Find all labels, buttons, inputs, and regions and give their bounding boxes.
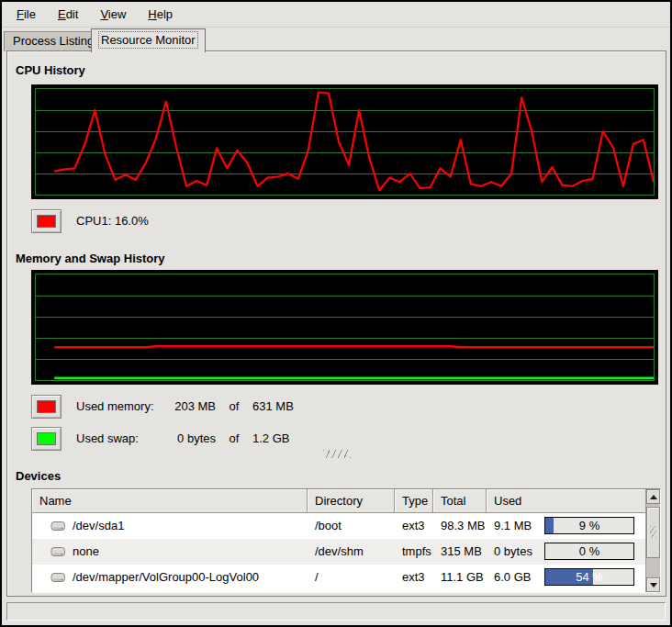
column-header-directory[interactable]: Directory xyxy=(308,489,395,513)
devices-table-grid: Name Directory Type Total Used /dev/sda1 xyxy=(32,489,645,592)
swap-total-value: 1.2 GB xyxy=(252,431,289,445)
cpu1-usage-label: CPU1: 16.0% xyxy=(76,214,149,228)
tab-process-listing-label: Process Listing xyxy=(13,34,94,48)
device-type: ext3 xyxy=(395,513,433,539)
memory-graph-plot-area xyxy=(35,274,655,381)
menu-view[interactable]: View xyxy=(89,2,137,27)
used-memory-of: of xyxy=(216,399,252,413)
column-header-total[interactable]: Total xyxy=(433,489,487,513)
used-memory-value: 203 MB xyxy=(164,399,216,413)
disk-icon xyxy=(50,572,66,584)
used-memory-label: Used memory: xyxy=(76,399,164,413)
device-name: /dev/sda1 xyxy=(73,513,124,539)
cpu1-color-button[interactable] xyxy=(31,209,62,233)
device-type: tmpfs xyxy=(395,539,433,565)
used-memory-legend-row: Used memory: 203 MB of 631 MB xyxy=(31,394,294,419)
device-total: 98.3 MB xyxy=(433,513,487,539)
usage-progress-bar: 54 % xyxy=(544,568,634,586)
used-swap-value: 0 bytes xyxy=(164,431,216,445)
menu-file[interactable]: File xyxy=(6,2,47,27)
memory-total-value: 631 MB xyxy=(252,399,294,413)
usage-progress-bar: 0 % xyxy=(544,543,634,560)
progress-percent-label: 9 % xyxy=(545,518,633,533)
disk-icon xyxy=(50,546,66,558)
device-total: 315 MB xyxy=(433,539,487,565)
used-swap-legend-row: Used swap: 0 bytes of 1.2 GB xyxy=(31,426,289,451)
scroll-up-button[interactable] xyxy=(646,489,660,504)
system-monitor-window: File Edit View Help Process Listing Reso… xyxy=(0,0,672,627)
memory-swap-history-title: Memory and Swap History xyxy=(16,252,165,265)
device-directory: /dev/shm xyxy=(308,539,395,565)
device-used: 9.1 MB xyxy=(494,519,532,532)
column-header-name[interactable]: Name xyxy=(32,489,308,513)
cpu-graph-plot-area xyxy=(35,88,655,196)
arrow-up-icon xyxy=(650,495,657,499)
menu-help[interactable]: Help xyxy=(137,2,184,27)
cpu-history-title: CPU History xyxy=(16,63,85,77)
resource-monitor-page: CPU History CPU1: 16.0% Memory and Swap … xyxy=(6,50,666,597)
tab-resource-monitor[interactable]: Resource Monitor xyxy=(91,28,206,52)
menu-bar: File Edit View Help xyxy=(2,2,670,28)
scrollbar-thumb[interactable] xyxy=(646,507,660,558)
used-swap-label: Used swap: xyxy=(76,431,164,445)
column-header-type[interactable]: Type xyxy=(395,489,433,513)
menu-edit-label: Edit xyxy=(58,7,78,21)
used-swap-color-button[interactable] xyxy=(31,427,62,451)
device-row-sda1[interactable]: /dev/sda1 /boot ext3 98.3 MB 9.1 MB 9 % xyxy=(32,513,645,539)
memory-swap-graph xyxy=(31,270,658,385)
device-total: 11.1 GB xyxy=(433,565,487,590)
devices-table-header: Name Directory Type Total Used xyxy=(32,489,645,513)
usage-progress-bar: 9 % xyxy=(544,517,634,534)
device-used: 6.0 GB xyxy=(494,570,531,584)
disk-icon xyxy=(50,521,66,532)
menu-edit[interactable]: Edit xyxy=(47,2,89,27)
status-bar xyxy=(6,602,666,621)
device-name: /dev/mapper/VolGroup00-LogVol00 xyxy=(73,565,259,590)
vertical-scrollbar[interactable] xyxy=(645,489,660,592)
tab-process-listing[interactable]: Process Listing xyxy=(4,31,103,51)
progress-percent-label: 54 % xyxy=(545,569,633,585)
device-name: none xyxy=(73,539,99,565)
used-swap-of: of xyxy=(216,431,252,445)
tab-resource-monitor-label: Resource Monitor xyxy=(100,33,196,47)
menu-view-label: View xyxy=(100,7,126,21)
cpu-legend-row: CPU1: 16.0% xyxy=(31,208,149,233)
device-directory: /boot xyxy=(308,513,395,539)
used-memory-color-button[interactable] xyxy=(31,395,62,419)
arrow-down-icon xyxy=(650,583,657,588)
devices-title: Devices xyxy=(16,469,61,483)
progress-percent-label: 0 % xyxy=(545,543,633,559)
used-memory-color-swatch xyxy=(37,400,56,413)
menu-file-label: File xyxy=(17,7,36,21)
device-used: 0 bytes xyxy=(494,544,532,558)
pane-resize-handle[interactable] xyxy=(323,450,351,458)
cpu1-color-swatch xyxy=(37,215,56,228)
devices-table: Name Directory Type Total Used /dev/sda1 xyxy=(31,488,661,593)
used-swap-color-swatch xyxy=(37,432,56,445)
device-type: ext3 xyxy=(395,565,433,590)
device-row-volgroup[interactable]: /dev/mapper/VolGroup00-LogVol00 / ext3 1… xyxy=(32,565,645,590)
cpu-history-graph xyxy=(31,84,658,199)
scroll-down-button[interactable] xyxy=(646,577,660,592)
device-directory: / xyxy=(308,565,395,590)
menu-help-label: Help xyxy=(148,7,173,21)
column-header-used[interactable]: Used xyxy=(487,489,645,513)
device-row-none[interactable]: none /dev/shm tmpfs 315 MB 0 bytes 0 % xyxy=(32,539,645,565)
